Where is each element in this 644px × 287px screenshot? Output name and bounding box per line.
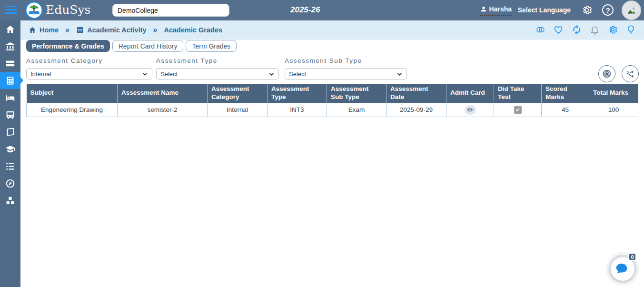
table-header-row: Subject Assessment Name Assessment Categ… bbox=[27, 84, 638, 103]
sidebar-item-attendance[interactable] bbox=[0, 158, 20, 175]
breadcrumb-action-icons bbox=[535, 25, 636, 35]
refresh-icon[interactable] bbox=[572, 25, 582, 35]
numbered-list-icon bbox=[5, 161, 15, 171]
compass-icon bbox=[5, 178, 15, 188]
cell-scored-marks: 45 bbox=[542, 103, 589, 117]
filter-label: Assessment Sub Type bbox=[285, 57, 407, 64]
tab-performance-grades[interactable]: Performance & Grades bbox=[26, 40, 110, 52]
filter-assessment-type: Assessment Type Select bbox=[156, 57, 279, 79]
user-name: Harsha bbox=[489, 5, 512, 13]
tab-term-grades[interactable]: Term Grades bbox=[186, 40, 237, 52]
sidebar-item-library[interactable] bbox=[0, 123, 20, 140]
breadcrumb-separator: » bbox=[153, 26, 158, 34]
book-icon bbox=[5, 127, 15, 137]
college-search-input[interactable] bbox=[112, 4, 229, 17]
admit-card-view-button[interactable] bbox=[465, 105, 476, 115]
lightbulb-icon[interactable] bbox=[626, 25, 636, 35]
photo-placeholder-icon bbox=[626, 5, 637, 16]
sidebar-item-institution[interactable] bbox=[0, 38, 20, 55]
shuffle-button[interactable] bbox=[622, 65, 639, 82]
chevron-down-icon bbox=[268, 71, 275, 77]
target-icon bbox=[602, 69, 612, 79]
user-icon bbox=[480, 6, 487, 12]
assessment-sub-type-select[interactable]: Select bbox=[285, 68, 407, 79]
home-icon bbox=[29, 26, 36, 34]
bus-icon bbox=[5, 110, 15, 120]
grades-tabs: Performance & Grades Report Card History… bbox=[26, 40, 237, 52]
cell-admit-card bbox=[446, 103, 494, 117]
col-total-marks: Total Marks bbox=[589, 84, 638, 103]
bell-icon[interactable] bbox=[590, 25, 600, 35]
col-assessment-category: Assessment Category bbox=[208, 84, 268, 103]
brand-title: EduSys bbox=[46, 3, 90, 17]
table-row: Engeneering Drawing semister-2 Internal … bbox=[27, 103, 638, 117]
cell-subject: Engeneering Drawing bbox=[27, 103, 118, 117]
calculator-icon bbox=[5, 76, 15, 86]
sidebar-item-transport[interactable] bbox=[0, 106, 20, 123]
sidebar-item-explore[interactable] bbox=[0, 175, 20, 192]
filter-label: Assessment Type bbox=[156, 57, 279, 64]
chevron-down-icon bbox=[396, 71, 403, 77]
avatar[interactable] bbox=[622, 0, 641, 20]
filter-label: Assessment Category bbox=[26, 57, 152, 64]
user-menu[interactable]: Harsha bbox=[480, 5, 512, 16]
cell-assessment-category: Internal bbox=[208, 103, 268, 117]
cell-did-take-test: ✔ bbox=[494, 103, 542, 117]
did-take-test-checkbox[interactable]: ✔ bbox=[514, 106, 522, 114]
institution-icon bbox=[5, 41, 15, 51]
col-assessment-type: Assessment Type bbox=[268, 84, 327, 103]
gear-icon[interactable] bbox=[608, 25, 618, 35]
shuffle-icon bbox=[625, 69, 635, 79]
breadcrumb-academic-grades: Academic Grades bbox=[164, 26, 223, 34]
edusys-logo-icon bbox=[25, 1, 43, 19]
app-window: EduSys 2025-26 Harsha Select Language ? bbox=[0, 0, 644, 287]
sidebar-item-home[interactable] bbox=[0, 20, 20, 38]
hamburger-menu-icon[interactable] bbox=[5, 6, 17, 15]
breadcrumb-bar: Home » Academic Activity » Academic Grad… bbox=[20, 20, 644, 40]
cell-assessment-name: semister-2 bbox=[118, 103, 208, 117]
breadcrumb-academic-activity[interactable]: Academic Activity bbox=[76, 26, 146, 34]
col-assessment-date: Assessment Date bbox=[386, 84, 446, 103]
col-admit-card: Admit Card bbox=[446, 84, 494, 103]
toggle-circles-icon[interactable] bbox=[535, 25, 545, 35]
sidebar-item-inventory[interactable] bbox=[0, 192, 20, 209]
chat-button[interactable]: 0 bbox=[611, 257, 634, 281]
graduation-cap-icon bbox=[5, 144, 15, 154]
id-cards-icon bbox=[5, 59, 15, 69]
assessment-type-select[interactable]: Select bbox=[156, 68, 279, 79]
cubes-icon bbox=[5, 196, 15, 206]
breadcrumb-separator: » bbox=[65, 26, 69, 34]
chevron-down-icon bbox=[142, 71, 148, 77]
col-scored-marks: Scored Marks bbox=[542, 84, 589, 103]
help-icon[interactable]: ? bbox=[602, 4, 614, 16]
select-language-button[interactable]: Select Language bbox=[518, 6, 571, 14]
filter-assessment-category: Assessment Category Internal bbox=[26, 57, 152, 79]
grid-table-icon bbox=[76, 26, 84, 34]
home-icon bbox=[5, 24, 15, 34]
sidebar-item-id-cards[interactable] bbox=[0, 55, 20, 72]
sidebar-item-hostel[interactable] bbox=[0, 89, 20, 106]
left-sidebar bbox=[0, 20, 20, 287]
filter-assessment-sub-type: Assessment Sub Type Select bbox=[285, 57, 407, 79]
bed-icon bbox=[5, 93, 15, 103]
target-filter-button[interactable] bbox=[598, 65, 615, 82]
col-did-take-test: Did Take Test bbox=[494, 84, 542, 103]
cell-assessment-sub-type: Exam bbox=[327, 103, 386, 117]
top-navbar: EduSys 2025-26 Harsha Select Language ? bbox=[0, 0, 644, 20]
tab-report-card-history[interactable]: Report Card History bbox=[112, 40, 184, 52]
assessment-category-select[interactable]: Internal bbox=[26, 68, 152, 79]
settings-gear-icon[interactable] bbox=[581, 4, 593, 16]
chat-bubble-icon bbox=[615, 261, 630, 277]
heart-icon[interactable] bbox=[554, 25, 564, 35]
col-assessment-name: Assessment Name bbox=[118, 84, 208, 103]
chat-unread-badge: 0 bbox=[628, 253, 636, 261]
grades-table: Subject Assessment Name Assessment Categ… bbox=[26, 84, 638, 117]
cell-assessment-date: 2025-09-29 bbox=[386, 103, 446, 117]
breadcrumb-home[interactable]: Home bbox=[29, 26, 59, 34]
academic-year-label: 2025-26 bbox=[290, 5, 320, 15]
col-assessment-sub-type: Assessment Sub Type bbox=[327, 84, 386, 103]
sidebar-item-graduation[interactable] bbox=[0, 140, 20, 158]
cell-assessment-type: INT3 bbox=[268, 103, 327, 117]
eye-icon bbox=[466, 106, 474, 113]
sidebar-item-academic-calculator[interactable] bbox=[0, 72, 20, 89]
